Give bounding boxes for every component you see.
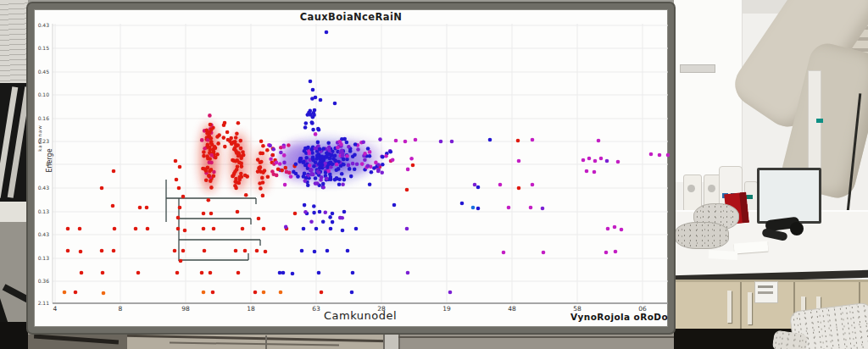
- y-tick-label: 0.16: [29, 116, 49, 121]
- y-tick-label: 0.43: [29, 23, 49, 28]
- x-tick-label: 63: [306, 306, 326, 313]
- y-tick-label: 0.10: [29, 92, 49, 97]
- y-tick-label: 2.11: [29, 301, 49, 306]
- x-tick-label: 18: [241, 306, 261, 313]
- x-axis-title: Camkunodel: [254, 309, 466, 322]
- x-tick-label: 06: [632, 306, 653, 313]
- y-tick-label: 0.23: [29, 139, 49, 144]
- y-tick-label: 0.13: [29, 256, 49, 261]
- x-tick-label: 28: [371, 306, 392, 313]
- x-tick-label: 98: [175, 306, 196, 313]
- y-tick-label: 8: [29, 162, 49, 167]
- x-tick-label: 48: [502, 306, 522, 313]
- y-tick-label: 0.15: [29, 46, 49, 51]
- screenshot-root: kananaw CauxBoiaNceRaiN Energe Camkunode…: [0, 0, 868, 349]
- chart-title: CauxBoiaNceRaiN: [28, 11, 674, 23]
- x-tick-label: 4: [45, 306, 65, 313]
- annotation-brackets: [166, 180, 260, 261]
- chart-caption: VynoRojola oRoDo: [475, 312, 668, 322]
- y-tick-label: 0.43: [29, 186, 49, 191]
- scatter-plot-canvas: [0, 0, 868, 349]
- y-tick-label: 0.45: [29, 69, 49, 75]
- x-tick-label: 58: [567, 306, 587, 313]
- x-tick-label: 19: [437, 306, 457, 313]
- y-tick-label: 0.43: [29, 232, 49, 237]
- y-tick-label: 0.36: [29, 279, 49, 284]
- y-tick-label: 0.13: [29, 209, 49, 214]
- x-tick-label: 8: [110, 306, 131, 313]
